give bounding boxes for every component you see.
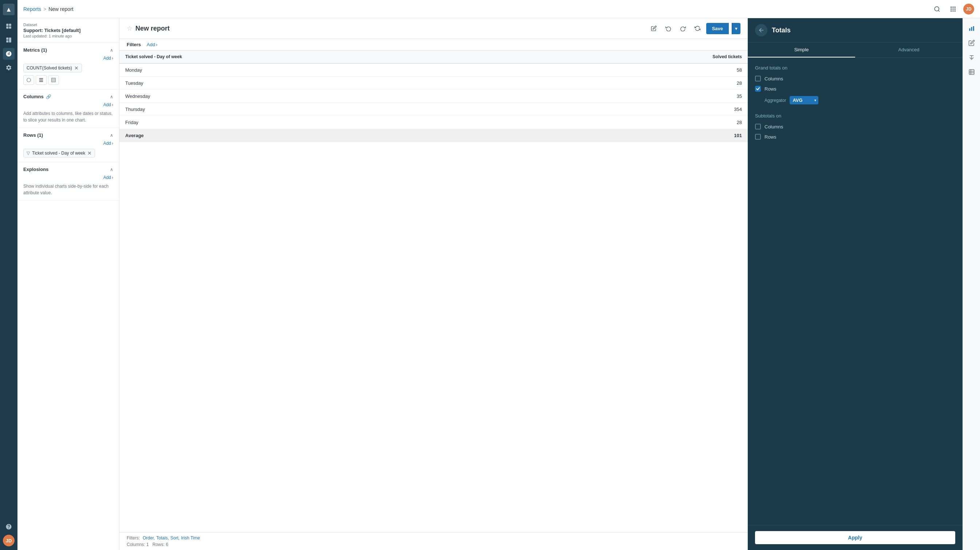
tab-advanced[interactable]: Advanced — [855, 43, 963, 57]
filter-tag-order[interactable]: Order, — [143, 536, 155, 540]
subtotals-columns-checkbox[interactable] — [755, 124, 761, 130]
col-header-tickets: Solved tickets — [512, 51, 748, 63]
cell-tickets-0: 58 — [512, 63, 748, 77]
top-bar: Reports > New report JD — [18, 0, 980, 18]
aggregator-label: Aggregator — [765, 98, 786, 103]
columns-link-icon[interactable]: 🔗 — [46, 94, 51, 99]
columns-description: Add attributes to columns, like dates or… — [23, 110, 113, 123]
svg-rect-4 — [6, 40, 8, 43]
svg-rect-16 — [953, 10, 954, 11]
columns-collapse[interactable]: ∧ — [110, 94, 113, 99]
breadcrumb-reports[interactable]: Reports — [23, 6, 41, 12]
totals-header: Totals — [748, 18, 963, 43]
grand-totals-columns-checkbox[interactable] — [755, 76, 761, 81]
search-button[interactable] — [931, 3, 943, 15]
sidebar-item-reports[interactable] — [3, 48, 14, 60]
rows-title: Rows (1) — [23, 132, 43, 138]
cell-day-4: Friday — [119, 116, 512, 129]
svg-rect-12 — [950, 8, 951, 10]
filter-tag-irishtime[interactable]: Irish Time — [181, 536, 200, 540]
filter-tags: Filters: Order, Totals, Sort, Irish Time — [127, 536, 740, 540]
chart-icon-1[interactable] — [36, 75, 46, 85]
dataset-name: Support: Tickets [default] — [23, 28, 113, 33]
svg-rect-5 — [9, 38, 11, 43]
metrics-add[interactable]: Add › — [103, 55, 113, 61]
tab-simple[interactable]: Simple — [748, 43, 855, 57]
chart-icon-0[interactable] — [23, 75, 34, 85]
dataset-label: Dataset — [23, 22, 113, 27]
refresh-button[interactable] — [692, 22, 703, 34]
svg-point-7 — [934, 6, 939, 11]
sidebar-item-settings[interactable] — [3, 62, 14, 73]
filters-label: Filters — [127, 42, 141, 47]
apps-button[interactable] — [947, 3, 959, 15]
rows-collapse[interactable]: ∧ — [110, 133, 113, 138]
grand-totals-title: Grand totals on — [755, 65, 955, 71]
redo-button[interactable] — [677, 22, 689, 34]
totals-back-button[interactable] — [755, 24, 767, 36]
chart-icon-2[interactable] — [48, 75, 59, 85]
grand-totals-rows-checkbox[interactable] — [755, 86, 761, 92]
svg-rect-1 — [9, 24, 11, 26]
aggregator-row: Aggregator AVG SUM MIN MAX COUNT — [765, 96, 955, 105]
columns-info: Columns: 1 — [127, 542, 149, 547]
report-actions: Save ▾ — [648, 22, 740, 34]
user-avatar[interactable]: JD — [963, 4, 974, 14]
svg-rect-17 — [955, 10, 956, 11]
metrics-collapse[interactable]: ∧ — [110, 48, 113, 53]
table-row: Monday 58 — [119, 63, 748, 77]
sidebar-item-support[interactable] — [3, 521, 14, 533]
sidebar-item-home[interactable] — [3, 21, 14, 32]
metric-chip-close[interactable]: ✕ — [74, 65, 79, 71]
sidebar-panel: Dataset Support: Tickets [default] Last … — [18, 18, 119, 550]
save-button[interactable]: Save — [706, 23, 729, 34]
row-chip-label: Ticket solved - Day of week — [32, 151, 85, 156]
subtotals-rows-row: Rows — [755, 134, 955, 139]
undo-button[interactable] — [663, 22, 674, 34]
aggregator-select[interactable]: AVG SUM MIN MAX COUNT — [790, 96, 818, 105]
svg-rect-21 — [39, 81, 43, 82]
table-view-icon[interactable] — [965, 65, 978, 79]
row-chip-close[interactable]: ✕ — [88, 151, 92, 156]
chart-type-icons — [23, 75, 113, 85]
breadcrumb-current: New report — [48, 6, 73, 12]
columns-add[interactable]: Add › — [103, 102, 113, 107]
grand-totals-columns-label: Columns — [765, 76, 783, 81]
cell-tickets-1: 28 — [512, 77, 748, 90]
subtotals-columns-label: Columns — [765, 124, 783, 130]
sidebar-item-dashboard[interactable] — [3, 34, 14, 46]
filter-tag-totals[interactable]: Totals, — [156, 536, 169, 540]
rows-add[interactable]: Add › — [103, 141, 113, 146]
table-header-row: Ticket solved - Day of week Solved ticke… — [119, 51, 748, 63]
filter-tag-sort[interactable]: Sort, — [170, 536, 180, 540]
svg-rect-11 — [955, 6, 956, 8]
report-table: Ticket solved - Day of week Solved ticke… — [119, 51, 748, 142]
table-row: Tuesday 28 — [119, 77, 748, 90]
star-icon[interactable]: ☆ — [127, 24, 132, 32]
breadcrumb-separator: > — [43, 6, 46, 12]
apply-button[interactable]: Apply — [755, 531, 955, 544]
subtotals-title: Subtotals on — [755, 113, 955, 119]
totals-body: Grand totals on Columns Rows — [748, 58, 963, 525]
chart-view-icon[interactable] — [965, 22, 978, 35]
cell-day-0: Monday — [119, 63, 512, 77]
svg-rect-22 — [52, 78, 56, 82]
edit-view-icon[interactable] — [965, 36, 978, 49]
subtotals-rows-checkbox[interactable] — [755, 134, 761, 139]
edit-button[interactable] — [648, 22, 660, 34]
grand-totals-rows-label: Rows — [765, 86, 776, 92]
top-bar-actions: JD — [931, 3, 974, 15]
columns-title: Columns — [23, 94, 44, 99]
save-dropdown-button[interactable]: ▾ — [732, 23, 740, 34]
explosions-collapse[interactable]: ∧ — [110, 167, 113, 172]
bottom-bar: Filters: Order, Totals, Sort, Irish Time… — [119, 532, 748, 550]
svg-rect-13 — [953, 8, 954, 10]
explosions-add[interactable]: Add › — [103, 175, 113, 180]
app-logo[interactable]: ▲ — [3, 4, 14, 15]
breadcrumb: Reports > New report — [23, 6, 928, 12]
cell-day-1: Tuesday — [119, 77, 512, 90]
cell-tickets-2: 35 — [512, 90, 748, 103]
filters-add-button[interactable]: Add › — [147, 42, 157, 47]
sort-view-icon[interactable] — [965, 51, 978, 64]
avatar[interactable]: JD — [3, 535, 14, 546]
